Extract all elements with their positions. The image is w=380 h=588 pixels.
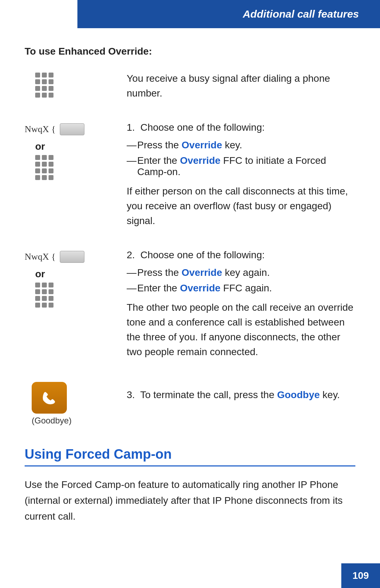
step1-override-1: Override: [182, 140, 222, 150]
dot: [35, 175, 40, 180]
dot: [42, 303, 47, 308]
step3-text: 3. To terminate the call, press the Good…: [127, 388, 355, 402]
softkey-button-1[interactable]: [60, 123, 84, 135]
page-number: 109: [353, 570, 369, 581]
dot: [35, 155, 40, 160]
busy-signal-text: You receive a busy signal after dialing …: [127, 71, 355, 101]
softkey-button-2[interactable]: [60, 251, 84, 263]
main-content: To use Enhanced Override: You receive a …: [0, 28, 380, 561]
keypad-icon-2: [35, 155, 53, 180]
softkey-row-2: NwqX {: [25, 251, 84, 263]
dot: [49, 296, 53, 301]
step1-body: If either person on the call disconnects…: [127, 184, 355, 228]
dot: [42, 93, 47, 98]
step1-left: NwqX { or: [25, 122, 116, 237]
footer: 109: [341, 563, 380, 588]
keypad-left-col-1: [25, 71, 116, 109]
step2-block: NwqX { or 2. Choose one: [25, 249, 355, 368]
or-text-2: or: [35, 268, 45, 280]
step3-right: 3. To terminate the call, press the Good…: [116, 380, 355, 426]
step1-override-2: Override: [180, 155, 220, 166]
step1-option2: Enter the Override FFC to initiate a For…: [127, 155, 355, 178]
dot: [42, 296, 47, 301]
step2-intro: 2. Choose one of the following:: [127, 249, 355, 261]
dot: [49, 289, 53, 294]
dot: [42, 168, 47, 173]
dot: [49, 73, 53, 78]
goodbye-button[interactable]: [32, 382, 67, 414]
phone-icon: [40, 388, 59, 407]
step2-body: The other two people on the call receive…: [127, 300, 355, 359]
dot: [49, 79, 53, 84]
dot: [35, 93, 40, 98]
dot: [42, 73, 47, 78]
dot: [35, 289, 40, 294]
dot: [49, 162, 53, 167]
step1-block: NwqX { or 1. Choose one: [25, 122, 355, 237]
step3-left: (Goodbye): [25, 380, 116, 426]
dot: [42, 162, 47, 167]
step2-right: 2. Choose one of the following: Press th…: [116, 249, 355, 368]
softkey-label-1: NwqX {: [25, 124, 56, 135]
step2-option2: Enter the Override FFC again.: [127, 283, 355, 294]
dot: [35, 162, 40, 167]
dot: [42, 283, 47, 287]
section2-heading: Using Forced Camp-on: [25, 447, 355, 466]
step2-option1: Press the Override key again.: [127, 267, 355, 278]
dot: [42, 175, 47, 180]
dot: [35, 303, 40, 308]
step1-option1: Press the Override key.: [127, 140, 355, 151]
header-bar: Additional call features: [77, 0, 380, 28]
keypad-icon-1: [35, 73, 53, 98]
step2-override-2: Override: [180, 283, 220, 293]
step1-right: 1. Choose one of the following: Press th…: [116, 122, 355, 237]
dot: [42, 289, 47, 294]
section-heading: To use Enhanced Override:: [25, 46, 355, 57]
step1-intro: 1. Choose one of the following:: [127, 122, 355, 133]
section2-body: Use the Forced Camp-on feature to automa…: [25, 477, 355, 524]
dot: [35, 296, 40, 301]
softkey-label-2: NwqX {: [25, 252, 56, 262]
dot: [35, 283, 40, 287]
dot: [42, 86, 47, 91]
dot: [49, 86, 53, 91]
dot: [42, 155, 47, 160]
dot: [49, 283, 53, 287]
keypad-icon-3: [35, 283, 53, 308]
step2-left: NwqX { or: [25, 249, 116, 368]
dot: [35, 79, 40, 84]
or-text-1: or: [35, 141, 45, 152]
section2-title: Using Forced Camp-on: [25, 447, 355, 466]
dot: [35, 86, 40, 91]
softkey-row-1: NwqX {: [25, 123, 84, 135]
goodbye-label: (Goodbye): [32, 416, 71, 426]
dot: [49, 303, 53, 308]
dot: [42, 79, 47, 84]
busy-signal-text-col: You receive a busy signal after dialing …: [116, 71, 355, 109]
busy-signal-block: You receive a busy signal after dialing …: [25, 71, 355, 109]
dot: [49, 93, 53, 98]
dot: [35, 168, 40, 173]
goodbye-blue: Goodbye: [277, 389, 319, 400]
header-title: Additional call features: [243, 8, 359, 20]
step3-block: (Goodbye) 3. To terminate the call, pres…: [25, 380, 355, 426]
dot: [49, 175, 53, 180]
dot: [35, 73, 40, 78]
dot: [49, 155, 53, 160]
step2-override-1: Override: [182, 267, 222, 278]
dot: [49, 168, 53, 173]
